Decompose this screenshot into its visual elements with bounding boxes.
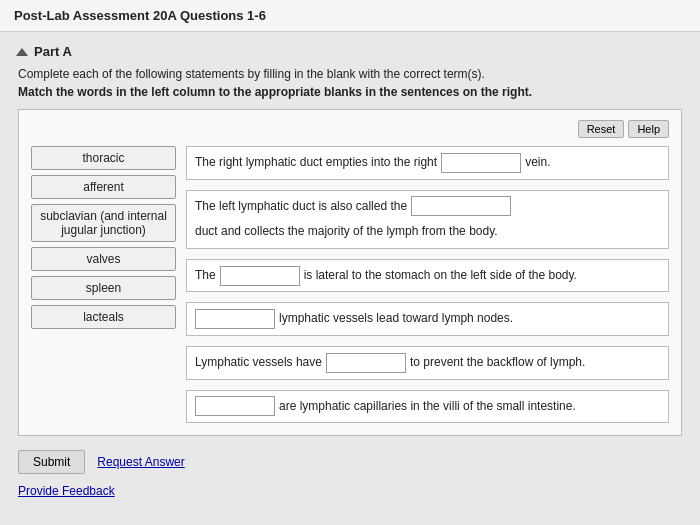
word-item-lacteals[interactable]: lacteals	[31, 305, 176, 329]
exercise-box: Reset Help thoracic afferent subclavian …	[18, 109, 682, 436]
help-button[interactable]: Help	[628, 120, 669, 138]
sentence-3-text-1: The	[195, 265, 216, 287]
word-bank: thoracic afferent subclavian (and intern…	[31, 146, 176, 425]
blank-input-3[interactable]	[220, 266, 300, 286]
blank-input-1[interactable]	[441, 153, 521, 173]
request-answer-button[interactable]: Request Answer	[97, 455, 184, 469]
word-item-thoracic[interactable]: thoracic	[31, 146, 176, 170]
sentence-5-text-2: to prevent the backflow of lymph.	[410, 352, 585, 374]
sentence-row-3: The is lateral to the stomach on the lef…	[186, 259, 669, 293]
sentence-2-text-1: The left lymphatic duct is also called t…	[195, 196, 407, 218]
sentence-1-text-1: The right lymphatic duct empties into th…	[195, 152, 437, 174]
sentence-5-text-1: Lymphatic vessels have	[195, 352, 322, 374]
blank-input-4[interactable]	[195, 309, 275, 329]
collapse-triangle[interactable]	[16, 48, 28, 56]
page-header: Post-Lab Assessment 20A Questions 1-6	[0, 0, 700, 32]
word-item-spleen[interactable]: spleen	[31, 276, 176, 300]
sentence-3-text-2: is lateral to the stomach on the left si…	[304, 265, 577, 287]
sentences-area: The right lymphatic duct empties into th…	[186, 146, 669, 425]
sentence-row-1: The right lymphatic duct empties into th…	[186, 146, 669, 180]
blank-input-5[interactable]	[326, 353, 406, 373]
sentence-4-text-1: lymphatic vessels lead toward lymph node…	[279, 308, 513, 330]
word-item-subclavian[interactable]: subclavian (and internal jugular junctio…	[31, 204, 176, 242]
submit-button[interactable]: Submit	[18, 450, 85, 474]
word-item-valves[interactable]: valves	[31, 247, 176, 271]
instructions-1: Complete each of the following statement…	[18, 67, 682, 81]
sentence-row-4: lymphatic vessels lead toward lymph node…	[186, 302, 669, 336]
blank-input-6[interactable]	[195, 396, 275, 416]
provide-feedback-link[interactable]: Provide Feedback	[18, 484, 115, 498]
sentence-1-text-2: vein.	[525, 152, 550, 174]
word-item-afferent[interactable]: afferent	[31, 175, 176, 199]
sentence-row-2: The left lymphatic duct is also called t…	[186, 190, 669, 249]
sentence-2-text-2: duct and collects the majority of the ly…	[195, 221, 498, 243]
sentence-row-6: are lymphatic capillaries in the villi o…	[186, 390, 669, 424]
reset-button[interactable]: Reset	[578, 120, 625, 138]
bottom-buttons: Submit Request Answer	[18, 450, 682, 474]
sentence-6-text-1: are lymphatic capillaries in the villi o…	[279, 396, 576, 418]
blank-input-2[interactable]	[411, 196, 511, 216]
sentence-row-5: Lymphatic vessels have to prevent the ba…	[186, 346, 669, 380]
part-label: Part A	[34, 44, 72, 59]
instructions-2: Match the words in the left column to th…	[18, 85, 682, 99]
